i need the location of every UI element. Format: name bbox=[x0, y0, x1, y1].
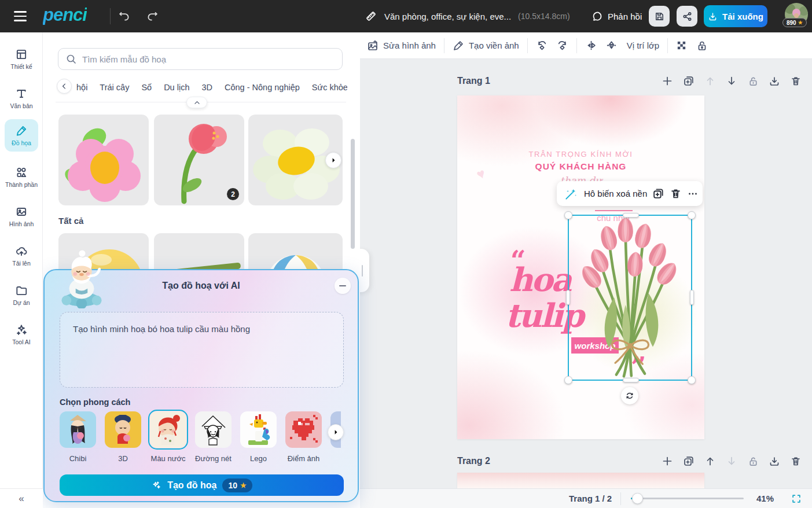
style-label-chibi[interactable]: Chibi bbox=[60, 454, 96, 463]
flip-horizontal-button[interactable] bbox=[585, 39, 597, 51]
style-option-lineart[interactable] bbox=[195, 411, 232, 448]
tab-3d[interactable]: 3D bbox=[201, 83, 212, 92]
collapse-group-button[interactable] bbox=[186, 97, 207, 108]
lock-page-icon[interactable] bbox=[747, 75, 759, 87]
sidebar-item-images[interactable]: Hình ảnh bbox=[5, 200, 38, 233]
duplicate-page-icon[interactable] bbox=[683, 455, 695, 467]
resize-handle-top-left[interactable] bbox=[564, 211, 572, 219]
add-page-icon[interactable] bbox=[662, 455, 673, 467]
generate-button[interactable]: Tạo đồ hoạ 10★ bbox=[60, 474, 344, 496]
tab-so[interactable]: Số bbox=[141, 83, 152, 92]
style-label-3d[interactable]: 3D bbox=[105, 454, 141, 463]
flip-vertical-button[interactable] bbox=[605, 39, 618, 51]
edit-image-button[interactable]: Sửa hình ảnh bbox=[367, 40, 436, 51]
style-option-pixel[interactable] bbox=[285, 411, 322, 448]
feedback-button[interactable]: Phản hồi bbox=[591, 0, 642, 32]
sidebar-collapse-button[interactable]: « bbox=[0, 488, 43, 508]
minimize-button[interactable] bbox=[335, 278, 351, 294]
sidebar-item-projects[interactable]: Dự án bbox=[5, 279, 38, 311]
page1-label[interactable]: Trang 1 bbox=[457, 76, 490, 86]
resize-handle-left[interactable] bbox=[566, 290, 570, 305]
tab-suc-khoe[interactable]: Sức khỏe bbox=[312, 83, 347, 92]
redo-icon[interactable] bbox=[145, 9, 159, 23]
statusbar: Trang 1 / 2 41% bbox=[360, 488, 812, 508]
hamburger-menu-icon[interactable] bbox=[14, 10, 28, 23]
image-border-button[interactable]: Tạo viền ảnh bbox=[453, 40, 519, 51]
invite-line-1[interactable]: TRÂN TRỌNG KÍNH MỜI bbox=[457, 150, 704, 159]
style-next-button[interactable] bbox=[328, 424, 344, 440]
style-option-3d[interactable] bbox=[105, 411, 141, 448]
sidebar-item-graphics[interactable]: Đồ họa bbox=[5, 119, 38, 152]
search-input[interactable] bbox=[82, 54, 335, 64]
resize-handle-right[interactable] bbox=[690, 290, 694, 305]
magic-tooltip-label[interactable]: Hô biến xoá nền bbox=[584, 189, 647, 198]
credits-badge[interactable]: 890★ bbox=[782, 18, 807, 27]
download-button[interactable]: Tải xuống bbox=[704, 5, 767, 27]
group-next-button[interactable] bbox=[325, 152, 341, 168]
prompt-input[interactable]: Tạo hình minh hoạ bó hoa tulip cầu màu h… bbox=[60, 312, 344, 388]
search-box[interactable] bbox=[58, 48, 343, 70]
duplicate-element-icon[interactable] bbox=[652, 187, 664, 200]
tab-hoi[interactable]: hội bbox=[76, 83, 87, 92]
more-options-icon[interactable] bbox=[687, 187, 699, 200]
selection-frame[interactable] bbox=[568, 215, 692, 381]
panel-scrollbar[interactable] bbox=[351, 139, 355, 249]
page2-label[interactable]: Trang 2 bbox=[457, 456, 490, 466]
style-option-chibi[interactable] bbox=[60, 411, 96, 448]
sidebar-item-text[interactable]: Văn bản bbox=[5, 82, 38, 115]
duplicate-page-icon[interactable] bbox=[683, 75, 695, 87]
resize-handle-bottom[interactable] bbox=[623, 378, 639, 382]
move-page-down-icon[interactable] bbox=[726, 75, 737, 87]
sidebar-item-components[interactable]: Thành phần bbox=[5, 161, 38, 193]
style-option-lego[interactable] bbox=[240, 411, 277, 448]
zoom-slider-knob[interactable] bbox=[632, 493, 643, 504]
rotate-right-button[interactable] bbox=[556, 39, 568, 51]
lock-button[interactable] bbox=[696, 40, 708, 51]
download-label: Tải xuống bbox=[722, 12, 763, 21]
tab-cong-nong-nghiep[interactable]: Công - Nông nghiệp bbox=[225, 83, 300, 92]
resize-handle-bottom-left[interactable] bbox=[564, 376, 572, 384]
script-text-hoa[interactable]: hoa bbox=[509, 260, 570, 299]
document-size: (10.5x14.8cm) bbox=[518, 12, 569, 21]
resize-handle-bottom-right[interactable] bbox=[688, 376, 696, 384]
canvas-page-1[interactable]: ♥ TRÂN TRỌNG KÍNH MỜI QUÝ KHÁCH HÀNG tha… bbox=[457, 95, 704, 439]
style-label-watercolor[interactable]: Màu nước bbox=[150, 454, 186, 463]
fullscreen-icon[interactable] bbox=[791, 493, 802, 505]
canvas-page-2[interactable] bbox=[457, 473, 704, 488]
undo-icon[interactable] bbox=[117, 9, 131, 23]
save-button[interactable] bbox=[649, 6, 670, 27]
delete-page-icon[interactable] bbox=[790, 75, 802, 87]
rotate-left-button[interactable] bbox=[536, 39, 548, 51]
document-title-group[interactable]: Văn phòng, office, sự kiện, eve... (10.5… bbox=[365, 0, 570, 32]
share-button[interactable] bbox=[677, 6, 697, 27]
document-title[interactable]: Văn phòng, office, sự kiện, eve... bbox=[384, 12, 511, 21]
divider bbox=[667, 38, 668, 53]
move-page-up-icon[interactable] bbox=[704, 455, 716, 467]
graphic-item-pink-flower[interactable] bbox=[58, 115, 149, 205]
download-page-icon[interactable] bbox=[769, 455, 780, 467]
download-page-icon[interactable] bbox=[769, 75, 780, 87]
layer-position-button[interactable]: Vị trí lớp bbox=[627, 41, 660, 50]
add-page-icon[interactable] bbox=[662, 75, 673, 87]
tab-trai-cay[interactable]: Trái cây bbox=[100, 83, 129, 92]
zoom-slider[interactable] bbox=[631, 498, 744, 499]
graphic-item-tulip-flower[interactable]: 2 bbox=[154, 115, 244, 205]
sidebar-item-design[interactable]: Thiết kế bbox=[5, 43, 38, 75]
lock-page-icon[interactable] bbox=[747, 455, 759, 467]
delete-element-icon[interactable] bbox=[670, 187, 682, 200]
rotate-handle[interactable] bbox=[621, 387, 638, 404]
style-label-lineart[interactable]: Đường nét bbox=[195, 454, 232, 463]
tabs-scroll-left-button[interactable] bbox=[57, 79, 72, 94]
sidebar-item-uploads[interactable]: Tải lên bbox=[5, 240, 38, 272]
style-option-watercolor[interactable] bbox=[150, 411, 186, 448]
lock-icon bbox=[696, 40, 708, 51]
sidebar-item-tool-ai[interactable]: Tool AI bbox=[5, 318, 38, 351]
style-label-pixel[interactable]: Điểm ảnh bbox=[285, 454, 322, 463]
resize-handle-top-right[interactable] bbox=[688, 211, 696, 219]
resize-handle-top[interactable] bbox=[623, 213, 639, 218]
style-label-lego[interactable]: Lego bbox=[240, 454, 277, 463]
tab-du-lich[interactable]: Du lịch bbox=[164, 83, 189, 92]
delete-page-icon[interactable] bbox=[790, 455, 802, 467]
invite-line-2[interactable]: QUÝ KHÁCH HÀNG bbox=[457, 161, 704, 172]
transparency-button[interactable] bbox=[676, 40, 687, 51]
